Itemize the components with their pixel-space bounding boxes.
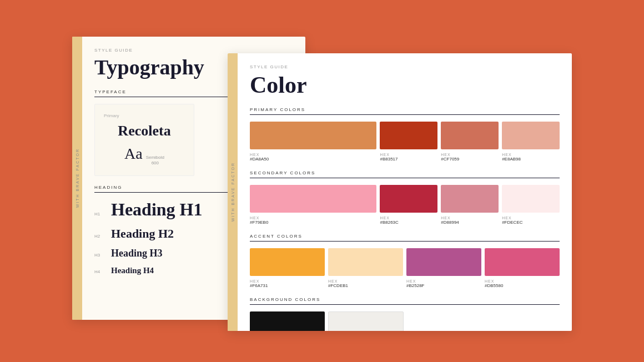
secondary-colors-label: SECONDARY COLORS [250, 170, 560, 178]
secondary-swatch-info-row: Hex #F79EB0 Hex #B8263C Hex #D88994 Hex … [250, 216, 560, 225]
primary-swatch-light [502, 122, 560, 149]
secondary-swatches [250, 185, 560, 213]
typeface-aa-info: Semibold 600 [146, 155, 164, 167]
primary-swatch-info-row: Hex #DA8A50 Hex #B83517 Hex #CF7059 Hex … [250, 153, 560, 162]
typeface-primary-label: Primary [104, 113, 185, 118]
color-side-label: WITH BRAVE FACTOR [228, 53, 238, 331]
typeface-aa-row: Aa Semibold 600 [104, 145, 185, 167]
secondary-info-dark: Hex #B8263C [380, 216, 437, 225]
heading-text-h3: Heading H3 [111, 248, 163, 259]
secondary-info-main: Hex #F79EB0 [250, 216, 376, 225]
accent-swatch-purple [406, 248, 481, 276]
primary-info-medium: Hex #CF7059 [441, 153, 499, 162]
accent-swatches [250, 248, 560, 276]
background-swatch-empty1 [407, 311, 482, 331]
background-swatch-light [328, 311, 404, 331]
primary-swatch-main [250, 122, 376, 149]
secondary-swatch-light [502, 185, 560, 213]
heading-tag-h3: H3 [94, 253, 103, 258]
color-page: WITH BRAVE FACTOR STYLE GUIDE Color PRIM… [228, 53, 572, 331]
typeface-box: Primary Recoleta Aa Semibold 600 [94, 104, 194, 176]
typography-side-label: WITH BRAVE FACTOR [72, 37, 82, 320]
background-colors-section: BACKGROUND COLORS [250, 297, 560, 331]
accent-swatch-info-row: Hex #F6A731 Hex #FCDEB1 Hex #B2528F Hex … [250, 279, 560, 288]
typography-style-guide-label: STYLE GUIDE [94, 48, 293, 53]
background-colors-label: BACKGROUND COLORS [250, 297, 560, 305]
pages-container: WITH BRAVE FACTOR STYLE GUIDE Typography… [72, 37, 572, 325]
accent-info-pink: Hex #DB5580 [485, 279, 560, 288]
primary-info-dark: Hex #B83517 [380, 153, 437, 162]
secondary-info-medium: Hex #D88994 [441, 216, 499, 225]
typeface-aa-char: Aa [124, 145, 143, 163]
accent-swatch-orange [250, 248, 325, 276]
accent-info-purple: Hex #B2528F [406, 279, 481, 288]
background-swatches [250, 311, 560, 331]
typeface-name: Recoleta [104, 123, 185, 139]
heading-text-h2: Heading H2 [111, 227, 174, 241]
primary-swatch-dark [380, 122, 437, 149]
accent-colors-label: ACCENT COLORS [250, 234, 560, 242]
color-page-title: Color [250, 72, 560, 98]
primary-info-main: Hex #DA8A50 [250, 153, 376, 162]
accent-info-peach: Hex #FCDEB1 [328, 279, 403, 288]
background-swatch-black [250, 311, 325, 331]
primary-colors-section: PRIMARY COLORS Hex #DA8A50 Hex #B83517 [250, 107, 560, 162]
heading-text-h4: Heading H4 [111, 266, 154, 275]
secondary-info-light: Hex #FDECEC [502, 216, 560, 225]
primary-swatch-medium [441, 122, 499, 149]
primary-info-light: Hex #E8AB98 [502, 153, 560, 162]
secondary-swatch-dark [380, 185, 437, 213]
secondary-colors-section: SECONDARY COLORS Hex #F79EB0 Hex #B8263C [250, 170, 560, 225]
color-page-content: STYLE GUIDE Color PRIMARY COLORS Hex #DA… [238, 53, 572, 331]
background-swatch-empty2 [485, 311, 560, 331]
primary-swatches [250, 122, 560, 149]
primary-colors-label: PRIMARY COLORS [250, 107, 560, 115]
accent-swatch-peach [328, 248, 403, 276]
heading-text-h1: Heading H1 [111, 199, 202, 220]
heading-tag-h4: H4 [94, 269, 103, 274]
accent-swatch-pink [485, 248, 560, 276]
accent-info-orange: Hex #F6A731 [250, 279, 325, 288]
secondary-swatch-main [250, 185, 376, 213]
heading-tag-h1: H1 [94, 212, 103, 217]
heading-tag-h2: H2 [94, 234, 103, 239]
color-style-guide-label: STYLE GUIDE [250, 64, 560, 69]
accent-colors-section: ACCENT COLORS Hex #F6A731 Hex #FCDEB1 [250, 234, 560, 288]
secondary-swatch-medium [441, 185, 499, 213]
